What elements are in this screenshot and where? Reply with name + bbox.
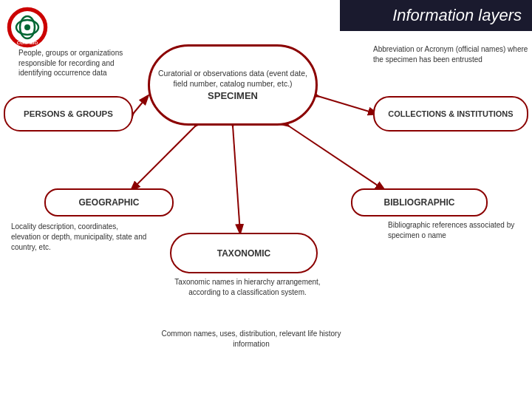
geographic-box: GEOGRAPHIC <box>44 188 174 216</box>
geographic-label: GEOGRAPHIC <box>78 197 139 208</box>
svg-line-12 <box>288 126 384 190</box>
specimen-oval: Curatorial or observations data (event d… <box>148 44 318 126</box>
geographic-description: Locality description, coordinates, eleva… <box>11 222 148 253</box>
specimen-description: Curatorial or observations data (event d… <box>150 69 316 89</box>
svg-text:CONABIO: CONABIO <box>17 41 38 45</box>
bibliographic-label: BIBLIOGRAPHIC <box>384 197 455 208</box>
persons-description: People, groups or organizations responsi… <box>18 48 137 78</box>
taxonomic-oval: TAXONOMIC <box>170 233 318 273</box>
svg-line-8 <box>133 96 148 114</box>
svg-line-11 <box>233 126 240 233</box>
collections-institutions-box: COLLECTIONS & INSTITUTIONS <box>373 96 528 132</box>
persons-groups-box: PERSONS & GROUPS <box>4 96 133 132</box>
svg-point-4 <box>24 24 30 30</box>
collections-description: Abbreviation or Acronym (official names)… <box>373 44 528 64</box>
svg-line-9 <box>318 96 377 114</box>
bibliographic-description: Bibliographic references associated by s… <box>388 220 525 241</box>
taxonomic-description: Taxonomic names in hierarchy arrangement… <box>159 277 336 298</box>
collections-institutions-label: COLLECTIONS & INSTITUTIONS <box>388 109 513 118</box>
common-names-description: Common names, uses, distribution, releva… <box>159 329 344 349</box>
persons-groups-label: PERSONS & GROUPS <box>24 109 113 118</box>
taxonomic-label: TAXONOMIC <box>217 248 270 259</box>
page-title: Information layers <box>340 0 532 31</box>
conabio-logo: CONABIO <box>6 6 49 49</box>
specimen-label: SPECIMEN <box>208 90 258 101</box>
bibliographic-box: BIBLIOGRAPHIC <box>351 188 488 216</box>
svg-line-10 <box>132 126 196 190</box>
